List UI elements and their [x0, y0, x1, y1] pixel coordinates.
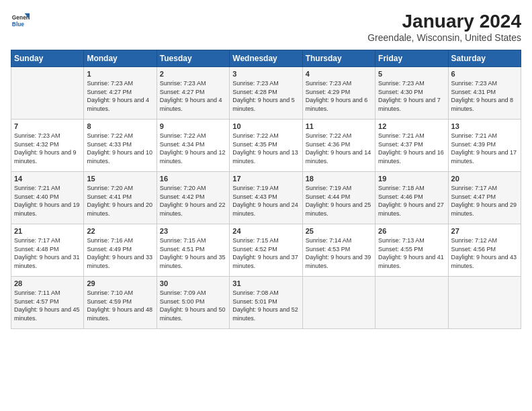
day-number: 19 — [378, 175, 445, 183]
week-row-1: 1Sunrise: 7:23 AMSunset: 4:27 PMDaylight… — [11, 67, 521, 120]
col-header-sunday: Sunday — [11, 50, 84, 67]
day-info: Sunrise: 7:17 AMSunset: 4:48 PMDaylight:… — [14, 236, 81, 270]
day-info: Sunrise: 7:21 AMSunset: 4:39 PMDaylight:… — [451, 132, 518, 165]
day-cell: 9Sunrise: 7:22 AMSunset: 4:34 PMDaylight… — [157, 120, 229, 172]
day-number: 31 — [232, 279, 299, 287]
day-info: Sunrise: 7:13 AMSunset: 4:55 PMDaylight:… — [378, 236, 445, 270]
day-info: Sunrise: 7:15 AMSunset: 4:52 PMDaylight:… — [232, 236, 299, 270]
calendar-table: SundayMondayTuesdayWednesdayThursdayFrid… — [11, 50, 521, 329]
day-cell: 5Sunrise: 7:23 AMSunset: 4:30 PMDaylight… — [375, 67, 448, 120]
page: General Blue January 2024 Greendale, Wis… — [0, 0, 532, 411]
day-number: 12 — [378, 122, 445, 130]
col-header-tuesday: Tuesday — [157, 50, 229, 67]
day-info: Sunrise: 7:10 AMSunset: 4:59 PMDaylight:… — [87, 289, 153, 322]
day-cell: 17Sunrise: 7:19 AMSunset: 4:43 PMDayligh… — [230, 172, 302, 224]
day-cell: 6Sunrise: 7:23 AMSunset: 4:31 PMDaylight… — [448, 67, 521, 120]
day-info: Sunrise: 7:20 AMSunset: 4:42 PMDaylight:… — [160, 184, 226, 218]
week-row-2: 7Sunrise: 7:23 AMSunset: 4:32 PMDaylight… — [11, 120, 521, 172]
day-number: 3 — [232, 70, 299, 78]
day-number: 25 — [306, 227, 372, 235]
day-number: 14 — [14, 175, 81, 183]
day-number: 1 — [87, 70, 153, 78]
day-cell: 14Sunrise: 7:21 AMSunset: 4:40 PMDayligh… — [11, 172, 84, 224]
day-number: 24 — [232, 227, 299, 235]
day-number: 9 — [160, 122, 226, 130]
day-info: Sunrise: 7:12 AMSunset: 4:56 PMDaylight:… — [451, 236, 518, 270]
day-info: Sunrise: 7:23 AMSunset: 4:28 PMDaylight:… — [232, 79, 299, 113]
day-info: Sunrise: 7:19 AMSunset: 4:44 PMDaylight:… — [306, 184, 372, 218]
col-header-monday: Monday — [84, 50, 157, 67]
header: General Blue January 2024 Greendale, Wis… — [11, 11, 521, 43]
day-cell: 24Sunrise: 7:15 AMSunset: 4:52 PMDayligh… — [230, 224, 302, 277]
day-info: Sunrise: 7:23 AMSunset: 4:27 PMDaylight:… — [160, 79, 226, 113]
day-number: 13 — [451, 122, 518, 130]
day-number: 30 — [160, 279, 226, 287]
day-cell — [11, 67, 84, 120]
day-info: Sunrise: 7:08 AMSunset: 5:01 PMDaylight:… — [232, 289, 299, 322]
day-cell: 28Sunrise: 7:11 AMSunset: 4:57 PMDayligh… — [11, 277, 84, 329]
day-cell: 13Sunrise: 7:21 AMSunset: 4:39 PMDayligh… — [448, 120, 521, 172]
svg-text:Blue: Blue — [12, 21, 24, 28]
subtitle: Greendale, Wisconsin, United States — [367, 32, 521, 43]
day-cell: 3Sunrise: 7:23 AMSunset: 4:28 PMDaylight… — [230, 67, 302, 120]
day-cell: 15Sunrise: 7:20 AMSunset: 4:41 PMDayligh… — [84, 172, 157, 224]
day-info: Sunrise: 7:23 AMSunset: 4:30 PMDaylight:… — [378, 79, 445, 113]
day-number: 20 — [451, 175, 518, 183]
day-cell: 25Sunrise: 7:14 AMSunset: 4:53 PMDayligh… — [302, 224, 375, 277]
day-cell: 26Sunrise: 7:13 AMSunset: 4:55 PMDayligh… — [375, 224, 448, 277]
day-info: Sunrise: 7:23 AMSunset: 4:32 PMDaylight:… — [14, 132, 81, 165]
day-number: 6 — [451, 70, 518, 78]
day-info: Sunrise: 7:19 AMSunset: 4:43 PMDaylight:… — [232, 184, 299, 218]
week-row-3: 14Sunrise: 7:21 AMSunset: 4:40 PMDayligh… — [11, 172, 521, 224]
day-cell: 30Sunrise: 7:09 AMSunset: 5:00 PMDayligh… — [157, 277, 229, 329]
day-info: Sunrise: 7:23 AMSunset: 4:27 PMDaylight:… — [87, 79, 153, 113]
title-block: January 2024 Greendale, Wisconsin, Unite… — [367, 11, 521, 43]
day-number: 5 — [378, 70, 445, 78]
day-info: Sunrise: 7:23 AMSunset: 4:31 PMDaylight:… — [451, 79, 518, 113]
day-cell — [448, 277, 521, 329]
day-cell: 21Sunrise: 7:17 AMSunset: 4:48 PMDayligh… — [11, 224, 84, 277]
day-cell: 19Sunrise: 7:18 AMSunset: 4:46 PMDayligh… — [375, 172, 448, 224]
day-cell: 7Sunrise: 7:23 AMSunset: 4:32 PMDaylight… — [11, 120, 84, 172]
day-cell — [375, 277, 448, 329]
day-number: 11 — [306, 122, 372, 130]
day-cell: 12Sunrise: 7:21 AMSunset: 4:37 PMDayligh… — [375, 120, 448, 172]
day-number: 18 — [306, 175, 372, 183]
day-number: 28 — [14, 279, 81, 287]
day-number: 17 — [232, 175, 299, 183]
day-info: Sunrise: 7:21 AMSunset: 4:40 PMDaylight:… — [14, 184, 81, 218]
day-info: Sunrise: 7:22 AMSunset: 4:36 PMDaylight:… — [306, 132, 372, 165]
day-info: Sunrise: 7:22 AMSunset: 4:34 PMDaylight:… — [160, 132, 226, 165]
day-info: Sunrise: 7:23 AMSunset: 4:29 PMDaylight:… — [306, 79, 372, 113]
logo-icon: General Blue — [11, 11, 30, 30]
day-info: Sunrise: 7:21 AMSunset: 4:37 PMDaylight:… — [378, 132, 445, 165]
day-cell: 4Sunrise: 7:23 AMSunset: 4:29 PMDaylight… — [302, 67, 375, 120]
day-info: Sunrise: 7:22 AMSunset: 4:35 PMDaylight:… — [232, 132, 299, 165]
day-info: Sunrise: 7:20 AMSunset: 4:41 PMDaylight:… — [87, 184, 153, 218]
day-cell: 10Sunrise: 7:22 AMSunset: 4:35 PMDayligh… — [230, 120, 302, 172]
day-info: Sunrise: 7:09 AMSunset: 5:00 PMDaylight:… — [160, 289, 226, 322]
day-number: 15 — [87, 175, 153, 183]
day-number: 8 — [87, 122, 153, 130]
day-number: 26 — [378, 227, 445, 235]
col-header-friday: Friday — [375, 50, 448, 67]
day-info: Sunrise: 7:14 AMSunset: 4:53 PMDaylight:… — [306, 236, 372, 270]
header-row: SundayMondayTuesdayWednesdayThursdayFrid… — [11, 50, 521, 67]
day-number: 22 — [87, 227, 153, 235]
day-info: Sunrise: 7:11 AMSunset: 4:57 PMDaylight:… — [14, 289, 81, 322]
day-info: Sunrise: 7:18 AMSunset: 4:46 PMDaylight:… — [378, 184, 445, 218]
day-cell: 22Sunrise: 7:16 AMSunset: 4:49 PMDayligh… — [84, 224, 157, 277]
day-info: Sunrise: 7:15 AMSunset: 4:51 PMDaylight:… — [160, 236, 226, 270]
day-cell: 2Sunrise: 7:23 AMSunset: 4:27 PMDaylight… — [157, 67, 229, 120]
main-title: January 2024 — [367, 11, 521, 32]
day-cell: 29Sunrise: 7:10 AMSunset: 4:59 PMDayligh… — [84, 277, 157, 329]
day-cell: 23Sunrise: 7:15 AMSunset: 4:51 PMDayligh… — [157, 224, 229, 277]
week-row-4: 21Sunrise: 7:17 AMSunset: 4:48 PMDayligh… — [11, 224, 521, 277]
day-number: 4 — [306, 70, 372, 78]
day-cell: 1Sunrise: 7:23 AMSunset: 4:27 PMDaylight… — [84, 67, 157, 120]
day-info: Sunrise: 7:22 AMSunset: 4:33 PMDaylight:… — [87, 132, 153, 165]
day-cell: 8Sunrise: 7:22 AMSunset: 4:33 PMDaylight… — [84, 120, 157, 172]
day-number: 16 — [160, 175, 226, 183]
day-number: 2 — [160, 70, 226, 78]
day-number: 21 — [14, 227, 81, 235]
